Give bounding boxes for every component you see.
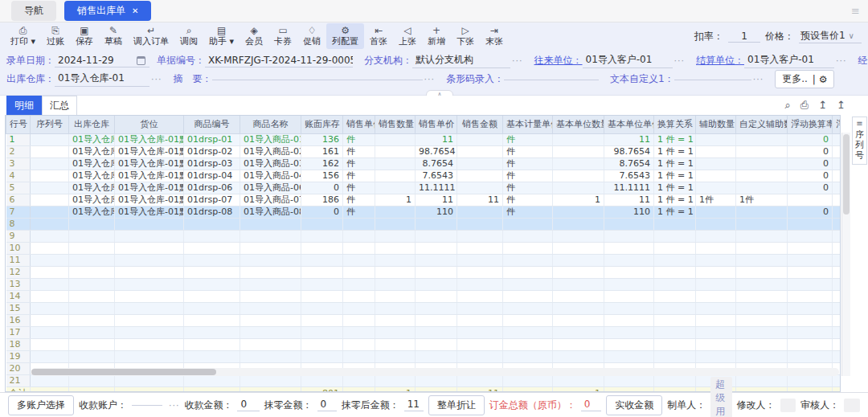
cell-unit[interactable] <box>343 374 375 386</box>
cell-code[interactable] <box>184 350 240 362</box>
cell-float2[interactable] <box>833 230 841 242</box>
after-round-input[interactable]: 11 <box>404 399 424 411</box>
cell-custom_aux[interactable] <box>736 326 788 338</box>
cell-float2[interactable] <box>833 350 841 362</box>
cell-price[interactable] <box>416 374 457 386</box>
cell-no[interactable]: 2 <box>6 145 31 157</box>
out-warehouse-more-icon[interactable]: ··· <box>151 74 162 84</box>
cell-float2[interactable] <box>833 206 841 218</box>
receive-amount-input[interactable]: 0 <box>237 399 259 411</box>
cell-float_rate[interactable]: 0 <box>788 182 833 194</box>
cell-no[interactable]: 16 <box>6 314 31 326</box>
cell-qty[interactable] <box>375 350 416 362</box>
cell-base_qty[interactable] <box>553 326 604 338</box>
cell-qty[interactable] <box>375 206 416 218</box>
cell-loc[interactable] <box>115 230 184 242</box>
cell-float_rate[interactable] <box>788 218 833 230</box>
cell-aux_qty[interactable] <box>696 145 736 157</box>
cell-name[interactable] <box>240 314 301 326</box>
cell-aux_qty[interactable] <box>696 290 736 302</box>
cell-no[interactable]: 19 <box>6 350 31 362</box>
table-row[interactable]: 501导入仓库-...01导入仓库-01默认货位01drsp-0601导入商品-… <box>6 182 841 194</box>
cell-code[interactable] <box>184 278 240 290</box>
cell-float_rate[interactable] <box>788 230 833 242</box>
deposit-total-input[interactable]: 0 <box>581 399 601 411</box>
cell-unit[interactable] <box>343 242 375 254</box>
col-header-aux_qty[interactable]: 辅助数量 <box>696 116 736 133</box>
toolbar-button-import-order[interactable]: ↵调入订单 <box>128 23 174 49</box>
cell-unit[interactable]: 件 <box>343 170 375 182</box>
table-row[interactable]: 401导入仓库-...01导入仓库-01默认货位01drsp-0401导入商品-… <box>6 170 841 182</box>
cell-code[interactable]: 01drsp-08 <box>184 206 240 218</box>
cell-float_rate[interactable]: 0 <box>788 206 833 218</box>
customer-input[interactable]: 01导入客户-01 <box>583 53 673 68</box>
cell-loc[interactable]: 01导入仓库-01默认货位 <box>115 133 184 145</box>
cell-base_price[interactable] <box>604 302 654 314</box>
cell-qty[interactable] <box>375 314 416 326</box>
cell-serial[interactable] <box>31 206 69 218</box>
col-header-name[interactable]: 商品名称 <box>240 116 301 133</box>
toolbar-button-save[interactable]: ▣保存 <box>70 23 99 49</box>
cell-name[interactable]: 01导入商品-04 <box>240 170 301 182</box>
cell-code[interactable] <box>184 266 240 278</box>
cell-aux_qty[interactable] <box>696 278 736 290</box>
cell-wh[interactable]: 01导入仓库-... <box>69 145 115 157</box>
cell-conv[interactable] <box>654 314 696 326</box>
cell-float_rate[interactable]: 0 <box>788 157 833 170</box>
cell-code[interactable] <box>184 326 240 338</box>
cell-float_rate[interactable] <box>788 302 833 314</box>
cell-price[interactable] <box>416 314 457 326</box>
cell-no[interactable]: 14 <box>6 290 31 302</box>
cell-conv[interactable] <box>654 302 696 314</box>
cell-base_unit[interactable]: 件 <box>503 182 553 194</box>
cell-float2[interactable] <box>833 278 841 290</box>
cell-float2[interactable] <box>833 290 841 302</box>
cell-price[interactable] <box>416 218 457 230</box>
cell-name[interactable] <box>240 266 301 278</box>
table-row[interactable]: 201导入仓库-...01导入仓库-01默认货位01drsp-0201导入商品-… <box>6 145 841 157</box>
customer-label[interactable]: 往来单位： <box>534 54 583 67</box>
cell-base_qty[interactable] <box>553 133 604 145</box>
cell-qty[interactable] <box>375 157 416 170</box>
cell-qty[interactable] <box>375 218 416 230</box>
cell-no[interactable]: 21 <box>6 374 31 386</box>
cell-float2[interactable] <box>833 338 841 350</box>
cell-no[interactable]: 10 <box>6 242 31 254</box>
cell-float_rate[interactable] <box>788 242 833 254</box>
cell-custom_aux[interactable] <box>736 374 788 386</box>
table-row[interactable]: 601导入仓库-...01导入仓库-01默认货位01drsp-0701导入商品-… <box>6 194 841 206</box>
cell-custom_aux[interactable] <box>736 133 788 145</box>
cell-amount[interactable] <box>457 326 503 338</box>
cell-conv[interactable] <box>654 218 696 230</box>
summary-more-icon[interactable]: ··· <box>424 74 436 84</box>
cell-qty[interactable] <box>375 145 416 157</box>
cell-float2[interactable] <box>833 326 841 338</box>
toolbar-button-print[interactable]: ⎙打印 ▾ <box>5 23 41 49</box>
table-row[interactable]: 15 <box>6 302 841 314</box>
cell-serial[interactable] <box>31 230 69 242</box>
horizontal-scrollbar-thumb[interactable] <box>31 369 216 375</box>
cell-float2[interactable] <box>833 157 841 170</box>
cell-wh[interactable]: 01导入仓库-... <box>69 157 115 170</box>
settle-unit-more-icon[interactable]: ··· <box>836 55 847 66</box>
cell-loc[interactable] <box>115 338 184 350</box>
cell-amount[interactable] <box>457 338 503 350</box>
cell-float_rate[interactable] <box>788 374 833 386</box>
cell-unit[interactable] <box>343 302 375 314</box>
table-row[interactable]: 16 <box>6 314 841 326</box>
cell-base_qty[interactable] <box>553 302 604 314</box>
toolbar-button-retrieve[interactable]: ⌕调阅 <box>174 23 203 49</box>
table-row[interactable]: 12 <box>6 266 841 278</box>
cell-code[interactable]: 01drsp-02 <box>184 145 240 157</box>
cell-float2[interactable] <box>833 314 841 326</box>
cell-unit[interactable]: 件 <box>343 133 375 145</box>
cell-aux_qty[interactable] <box>696 242 736 254</box>
cell-base_unit[interactable] <box>503 254 553 266</box>
cell-qty[interactable] <box>375 290 416 302</box>
cell-float_rate[interactable] <box>788 266 833 278</box>
cell-no[interactable]: 8 <box>6 218 31 230</box>
cell-base_price[interactable] <box>604 314 654 326</box>
barcode-entry-input[interactable] <box>504 79 599 80</box>
cell-base_qty[interactable] <box>553 350 604 362</box>
cell-unit[interactable] <box>343 230 375 242</box>
